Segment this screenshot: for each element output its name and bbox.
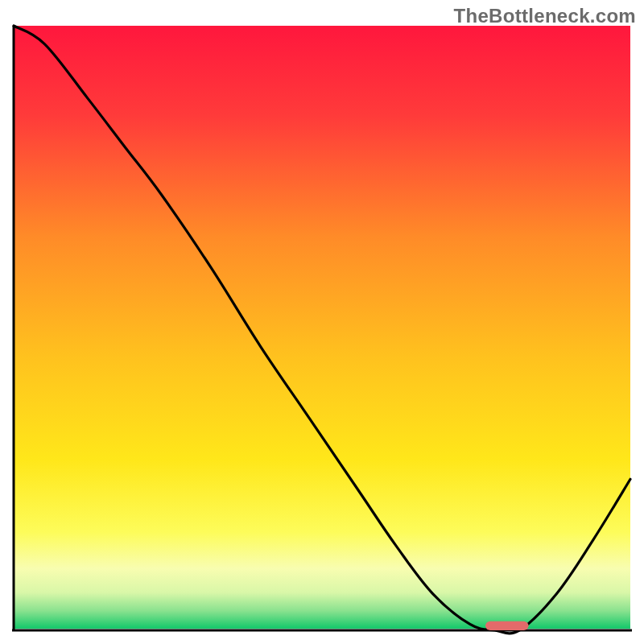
watermark-text: TheBottleneck.com bbox=[454, 5, 636, 27]
min-marker bbox=[485, 621, 529, 630]
plot-background bbox=[14, 26, 630, 629]
chart-svg bbox=[0, 0, 644, 644]
chart-container: TheBottleneck.com bbox=[0, 0, 644, 644]
